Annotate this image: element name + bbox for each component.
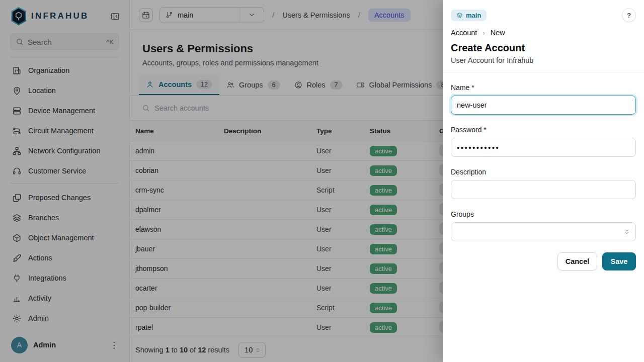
password-label: Password *	[451, 126, 636, 134]
drawer-header: main ? Account › New Create Account User…	[443, 0, 644, 72]
drawer-breadcrumb-current: New	[491, 29, 505, 37]
chevron-right-icon: ›	[482, 29, 485, 37]
groups-field-group: Groups	[451, 210, 636, 241]
app-screen: INFRAHUB ^K Organization	[0, 0, 644, 362]
groups-select[interactable]	[451, 222, 636, 241]
drawer-breadcrumb: Account › New	[451, 29, 636, 37]
drawer-title: Create Account	[451, 42, 636, 54]
drawer-breadcrumb-root: Account	[451, 29, 477, 37]
cancel-button[interactable]: Cancel	[557, 252, 597, 270]
description-label: Description	[451, 168, 636, 176]
help-button[interactable]: ?	[622, 8, 636, 22]
modal-overlay[interactable]	[0, 0, 443, 362]
create-account-form: Name * Password * Description Groups	[443, 72, 644, 270]
password-field[interactable]	[451, 138, 636, 157]
save-button[interactable]: Save	[602, 252, 636, 270]
branch-badge: main	[451, 10, 487, 21]
drawer-actions: Cancel Save	[451, 252, 636, 270]
password-field-group: Password *	[451, 126, 636, 157]
layers-icon	[456, 12, 463, 19]
description-field[interactable]	[451, 180, 636, 199]
description-field-group: Description	[451, 168, 636, 199]
name-field-group: Name *	[451, 83, 636, 115]
name-label: Name *	[451, 83, 636, 92]
create-account-drawer: main ? Account › New Create Account User…	[443, 0, 644, 362]
groups-label: Groups	[451, 210, 636, 218]
branch-badge-label: main	[466, 12, 481, 19]
chevrons-up-down-icon	[623, 228, 630, 235]
name-field[interactable]	[451, 96, 636, 115]
drawer-subtitle: User Account for Infrahub	[451, 56, 636, 72]
